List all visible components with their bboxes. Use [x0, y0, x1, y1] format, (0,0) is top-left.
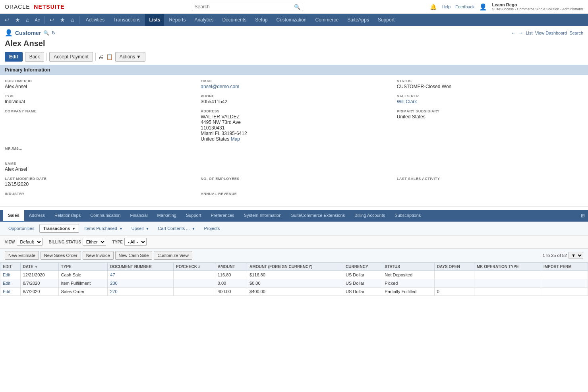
address-field: ADDRESS WALTER VALDEZ4495 NW 73rd Ave110… — [201, 109, 387, 142]
sub-tab-cart-contents[interactable]: Cart Contents ... ▼ — [154, 224, 199, 233]
edit-button[interactable]: Edit — [5, 52, 23, 62]
copy-icon[interactable]: 📋 — [106, 54, 113, 60]
list-link[interactable]: List — [526, 31, 533, 35]
row1-status: Not Deposited — [382, 271, 434, 279]
search-link[interactable]: Search — [569, 31, 583, 35]
notification-icon[interactable]: 🔔 — [430, 4, 437, 10]
tab-preferences[interactable]: Preferences — [206, 210, 239, 222]
tab-sales[interactable]: Sales — [3, 210, 24, 222]
empty-col-7-3 — [397, 192, 583, 202]
row2-mk-op-type — [474, 279, 541, 288]
search-icon[interactable]: 🔍 — [294, 4, 300, 10]
nav-item-analytics[interactable]: Analytics — [190, 14, 217, 26]
tab-billing-accounts[interactable]: Billing Accounts — [350, 210, 390, 222]
next-arrow[interactable]: → — [518, 30, 524, 36]
tab-support[interactable]: Support — [181, 210, 206, 222]
view-dashboard-link[interactable]: View Dashboard — [535, 31, 567, 35]
status-value: CUSTOMER-Closed Won — [397, 84, 583, 89]
email-link[interactable]: ansel@demo.com — [201, 84, 239, 89]
sub-tab-projects[interactable]: Projects — [200, 224, 223, 233]
tab-communication[interactable]: Communication — [85, 210, 125, 222]
type-filter-select[interactable]: - All - — [124, 238, 147, 246]
nav-item-customization[interactable]: Customization — [273, 14, 311, 26]
primary-info-section-header: Primary Information — [0, 65, 588, 75]
filter-row: VIEW Default BILLING STATUS Either TYPE … — [0, 236, 588, 249]
col-date[interactable]: DATE ▼ — [20, 263, 58, 271]
search-input[interactable] — [195, 4, 294, 10]
row2-doc-link[interactable]: 230 — [110, 281, 117, 286]
refresh-icon[interactable]: ↻ — [52, 30, 56, 36]
row1-edit-link[interactable]: Edit — [3, 272, 10, 277]
user-subtitle: SuiteSuccess - Commerce Single Solution … — [492, 7, 583, 11]
tab-relationships[interactable]: Relationships — [50, 210, 85, 222]
search-small-icon[interactable]: 🔍 — [43, 30, 49, 36]
table-row: Edit 8/7/2020 Sales Order 270 400.00 $40… — [0, 288, 588, 296]
nav-item-support[interactable]: Support — [374, 14, 398, 26]
new-sales-order-button[interactable]: New Sales Order — [41, 251, 81, 260]
industry-label: INDUSTRY — [5, 192, 191, 196]
nav-item-activities[interactable]: Activities — [82, 14, 108, 26]
row1-mk-op-type — [474, 271, 541, 279]
nav-item-setup[interactable]: Setup — [251, 14, 271, 26]
tab-subscriptions[interactable]: Subscriptions — [390, 210, 426, 222]
actions-button[interactable]: Actions ▼ — [115, 52, 145, 62]
button-separator — [46, 53, 47, 61]
row1-doc-link[interactable]: 47 — [110, 272, 115, 277]
prev-arrow[interactable]: ← — [511, 30, 516, 36]
nav-item-transactions[interactable]: Transactions — [109, 14, 144, 26]
view-filter-group: VIEW Default — [5, 238, 43, 246]
billing-status-select[interactable]: Either — [83, 238, 106, 246]
row3-mk-op-type — [474, 288, 541, 296]
new-estimate-button[interactable]: New Estimate — [5, 251, 39, 260]
empty-col-5-2 — [201, 162, 387, 172]
sub-tab-opportunities[interactable]: Opportunities — [5, 224, 38, 233]
nav-item-suiteapps[interactable]: SuiteApps — [343, 14, 373, 26]
nav-icon-home-2[interactable]: ⌂ — [68, 14, 76, 25]
tab-marketing[interactable]: Marketing — [153, 210, 181, 222]
accept-payment-button[interactable]: Accept Payment — [49, 52, 93, 62]
new-invoice-button[interactable]: New Invoice — [83, 251, 114, 260]
row1-po-check — [174, 271, 215, 279]
nav-icon-activities-short[interactable]: Ac — [32, 15, 42, 25]
sub-tab-transactions[interactable]: Transactions ▼ — [39, 224, 79, 233]
help-link[interactable]: Help — [441, 4, 451, 9]
back-button[interactable]: Back — [25, 52, 44, 62]
sub-tab-items-purchased[interactable]: Items Purchased ▼ — [81, 224, 126, 233]
last-sales-activity-field: LAST SALES ACTIVITY — [397, 177, 583, 187]
new-cash-sale-button[interactable]: New Cash Sale — [115, 251, 153, 260]
pagination-select[interactable]: ▼ — [569, 252, 583, 259]
last-modified-label: LAST MODIFIED DATE — [5, 177, 191, 181]
tab-address[interactable]: Address — [24, 210, 50, 222]
type-field: TYPE Individual — [5, 94, 191, 104]
name-label: NAME — [5, 162, 191, 166]
map-link[interactable]: Map — [231, 136, 240, 142]
tab-expand-icon[interactable]: ⊞ — [581, 213, 585, 218]
tab-financial[interactable]: Financial — [126, 210, 153, 222]
nav-item-lists[interactable]: Lists — [145, 14, 164, 26]
row3-doc-link[interactable]: 270 — [110, 289, 117, 294]
print-icon[interactable]: 🖨 — [98, 54, 104, 60]
nav-item-commerce[interactable]: Commerce — [311, 14, 343, 26]
view-filter-select[interactable]: Default — [17, 238, 43, 246]
row1-type: Cash Sale — [58, 271, 108, 279]
customize-view-button[interactable]: Customize View — [154, 251, 192, 260]
action-buttons-left: New Estimate New Sales Order New Invoice… — [5, 251, 192, 260]
feedback-link[interactable]: Feedback — [455, 4, 474, 9]
row3-edit-link[interactable]: Edit — [3, 289, 10, 294]
nav-item-documents[interactable]: Documents — [218, 14, 250, 26]
customer-id-value: Alex Ansel — [5, 84, 191, 89]
nav-item-reports[interactable]: Reports — [165, 14, 190, 26]
nav-icon-history[interactable]: ↩ — [2, 14, 12, 25]
sales-rep-link[interactable]: Will Clark — [397, 99, 417, 104]
row2-edit-link[interactable]: Edit — [3, 281, 10, 286]
col-type: TYPE — [58, 263, 108, 271]
type-filter-label: TYPE — [112, 240, 123, 244]
nav-icon-home-1[interactable]: ⌂ — [23, 14, 31, 25]
nav-icon-star-2[interactable]: ★ — [58, 14, 68, 25]
sub-tab-upsell[interactable]: Upsell ▼ — [128, 224, 153, 233]
nav-icon-history-2[interactable]: ↩ — [47, 14, 57, 25]
nav-icon-star-1[interactable]: ★ — [13, 14, 23, 25]
tab-system-information[interactable]: System Information — [239, 210, 286, 222]
col-edit: EDIT — [0, 263, 21, 271]
tab-suitecommerce-extensions[interactable]: SuiteCommerce Extensions — [286, 210, 350, 222]
